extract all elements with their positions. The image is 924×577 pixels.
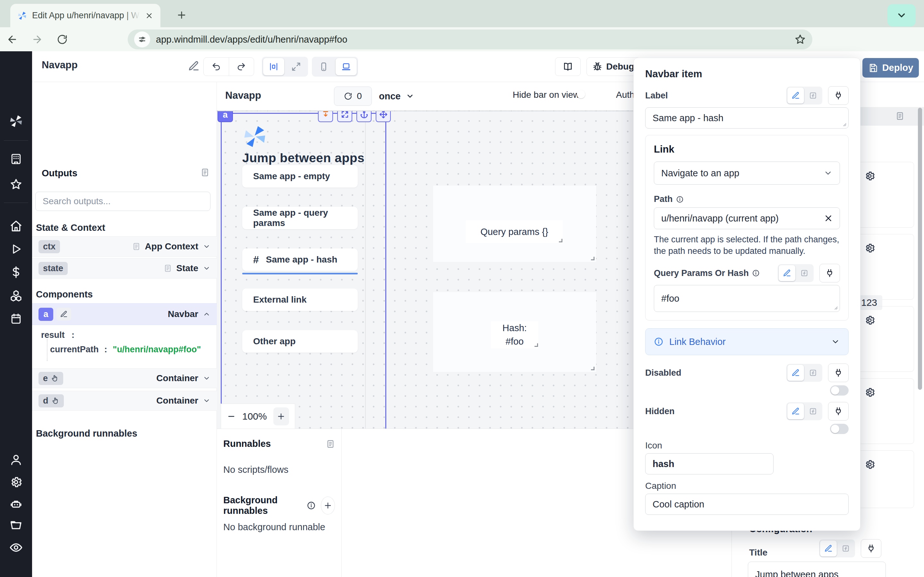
redo-button[interactable] [229,58,254,76]
refresh-count-button[interactable]: 0 [334,87,372,106]
sidebar-item-audit-logs[interactable] [9,540,23,554]
nav-item-same-app-query-params[interactable]: Same app - query params [242,207,358,229]
drag-handle-icon[interactable] [886,171,897,181]
search-outputs-input[interactable] [35,192,210,211]
sidebar-item-users[interactable] [9,453,23,467]
site-settings-icon[interactable] [134,31,150,47]
component-row-navbar[interactable]: a Navbar [32,303,217,325]
resize-handle-icon[interactable] [842,121,846,127]
resize-corner[interactable] [591,257,594,260]
link-type-select[interactable]: Navigate to an app [654,161,840,185]
forward-icon[interactable] [30,32,44,47]
fullscreen-icon[interactable] [337,111,352,122]
nav-item-same-app-hash[interactable]: # Same app - hash [242,248,358,271]
clear-path-icon[interactable] [824,214,833,222]
more-options-icon[interactable] [534,60,546,72]
tab-close-icon[interactable] [145,11,153,20]
resize-corner[interactable] [591,367,594,370]
windmill-logo-icon[interactable] [9,114,23,128]
docs-button[interactable] [555,57,581,76]
sidebar-item-settings[interactable] [9,475,23,489]
chevron-down-icon[interactable] [203,264,210,272]
component-row-container-e[interactable]: e Container [32,368,217,388]
query-params-textbox[interactable]: Query params {} [466,220,563,243]
function-icon[interactable] [804,403,821,419]
runnables-doc-icon[interactable] [326,440,335,448]
add-background-runnable-button[interactable] [321,496,335,514]
function-icon[interactable] [837,540,854,556]
outputs-doc-icon[interactable] [200,168,210,177]
currentpath-key[interactable]: currentPath [50,345,99,354]
info-icon[interactable] [752,269,760,277]
zoom-out-icon[interactable] [227,412,236,421]
address-bar[interactable]: app.windmill.dev/apps/edit/u/henri/navap… [128,29,813,49]
ctx-row[interactable]: ctx App Context [32,236,217,257]
function-icon[interactable] [804,87,821,103]
bookmark-star-icon[interactable] [795,34,806,45]
link-behavior-collapsible[interactable]: Link Behavior [645,328,849,355]
mobile-preview-button[interactable] [313,58,334,75]
sidebar-item-folders[interactable] [9,518,23,532]
query-params-input[interactable] [654,285,840,312]
gear-icon[interactable] [864,387,875,398]
gear-icon[interactable] [864,459,875,470]
sidebar-item-home[interactable] [9,219,23,233]
state-row[interactable]: state State [32,258,217,279]
connect-input-button[interactable] [861,539,881,558]
caption-input[interactable] [645,494,849,515]
sidebar-item-workspace[interactable] [9,152,23,166]
zoom-in-icon[interactable] [273,408,289,425]
nav-item-external-link[interactable]: External link [242,288,358,311]
resize-handle-icon[interactable] [833,305,838,310]
pencil-icon[interactable] [779,265,795,281]
hash-container[interactable]: Hash: #foo [433,292,596,372]
sidebar-item-schedules[interactable] [9,311,23,326]
settings-doc-icon[interactable] [895,111,905,121]
nav-item-other-app[interactable]: Other app [242,330,358,353]
drag-handle-icon[interactable] [886,387,897,398]
connect-input-button[interactable] [828,86,849,105]
back-icon[interactable] [5,32,19,47]
info-icon[interactable] [307,501,316,510]
undo-button[interactable] [204,58,229,76]
expand-down-icon[interactable] [318,111,333,122]
nav-item-same-app-empty[interactable]: Same app - empty [242,165,358,187]
deploy-button[interactable]: Deploy [863,58,919,77]
drag-handle-icon[interactable] [886,243,897,253]
anchor-icon[interactable] [357,111,372,122]
connect-input-button[interactable] [828,402,849,421]
run-mode-select[interactable]: once [379,87,414,106]
chevron-down-icon[interactable] [203,243,210,250]
icon-input[interactable] [645,453,774,474]
desktop-preview-button[interactable] [336,58,357,75]
pencil-icon[interactable] [787,365,804,381]
reload-icon[interactable] [55,32,69,47]
chevron-down-icon[interactable] [203,374,210,382]
label-input[interactable] [645,107,849,129]
debug-button[interactable]: Debug [586,57,640,76]
gear-icon[interactable] [864,315,875,326]
sidebar-item-variables[interactable] [9,265,23,279]
drag-handle-icon[interactable] [886,459,897,470]
fullwidth-layout-button[interactable] [286,58,307,75]
pencil-icon[interactable] [820,540,837,556]
browser-tab[interactable]: Edit App u/henri/navapp | Win [10,4,160,27]
pencil-icon[interactable] [787,87,804,103]
component-row-container-d[interactable]: d Container [32,391,217,411]
gear-icon[interactable] [864,171,875,181]
sidebar-item-workers[interactable] [9,497,23,511]
info-icon[interactable] [676,195,684,203]
function-icon[interactable] [796,265,813,281]
resize-corner[interactable] [535,343,538,347]
function-icon[interactable] [804,365,821,381]
sidebar-item-runs[interactable] [9,242,23,256]
rename-app-icon[interactable] [188,60,200,72]
selected-component-badge[interactable]: a [218,111,233,122]
config-title-input[interactable] [748,562,886,577]
connect-input-button[interactable] [819,264,840,282]
drag-handle-icon[interactable] [886,315,897,326]
result-key[interactable]: result [41,330,65,340]
pencil-icon[interactable] [787,403,804,419]
disabled-toggle[interactable] [830,385,849,396]
tab-search-button[interactable] [887,4,916,27]
